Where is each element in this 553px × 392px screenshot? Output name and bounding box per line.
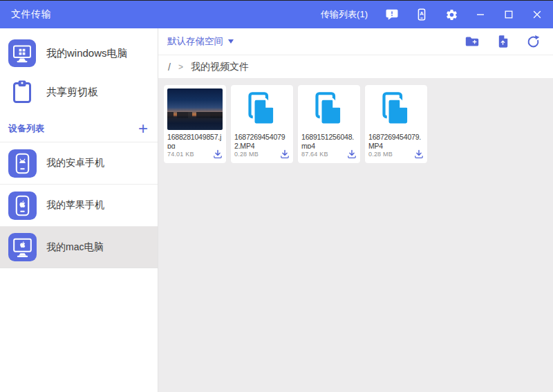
apple-phone-icon xyxy=(8,192,37,220)
file-type-icon xyxy=(234,88,290,130)
file-name: 1689151256048.mp4 xyxy=(301,133,357,149)
file-name: 1688281049857.jpg xyxy=(167,133,223,149)
device-item-apple-phone[interactable]: 我的苹果手机 xyxy=(0,184,158,226)
document-copy-icon xyxy=(377,90,415,129)
sidebar-item-label: 共享剪切板 xyxy=(46,86,98,99)
file-size: 0.28 MB xyxy=(234,151,259,158)
document-copy-icon xyxy=(243,90,281,129)
toolbar-actions xyxy=(465,34,541,49)
file-card-image[interactable]: 1688281049857.jpg 74.01 KB xyxy=(164,85,226,163)
close-button[interactable] xyxy=(531,8,543,21)
clipboard-icon xyxy=(8,78,36,106)
download-icon[interactable] xyxy=(212,149,223,159)
file-card-video[interactable]: 1689151256048.mp4 87.64 KB xyxy=(298,85,360,163)
android-phone-icon xyxy=(8,149,37,178)
windows-computer-icon xyxy=(8,39,36,67)
breadcrumb-current-folder: 我的视频文件 xyxy=(191,61,249,73)
dropdown-arrow-icon xyxy=(228,39,234,44)
device-item-label: 我的苹果手机 xyxy=(46,199,104,212)
main-layout: 我的windows电脑 共享剪切板 设备列表 + xyxy=(0,28,553,392)
file-type-icon xyxy=(301,88,357,130)
file-name: 1687269454079.MP4 xyxy=(368,133,424,149)
download-icon[interactable] xyxy=(279,149,290,159)
file-thumbnail xyxy=(167,88,223,130)
document-copy-icon xyxy=(310,90,348,129)
storage-space-dropdown[interactable]: 默认存储空间 xyxy=(167,35,234,48)
device-item-label: 我的mac电脑 xyxy=(46,241,103,254)
minimize-button[interactable] xyxy=(474,8,487,21)
file-card-video[interactable]: 1687269454079.MP4 0.28 MB xyxy=(365,85,427,163)
sidebar: 我的windows电脑 共享剪切板 设备列表 + xyxy=(0,28,158,392)
sidebar-item-my-windows-computer[interactable]: 我的windows电脑 xyxy=(0,34,158,73)
file-type-icon xyxy=(368,88,424,130)
titlebar-actions: 传输列表(1) A xyxy=(321,8,543,21)
device-item-label: 我的安卓手机 xyxy=(46,157,104,169)
feedback-icon[interactable] xyxy=(385,8,399,21)
transfer-list-button[interactable]: 传输列表(1) xyxy=(321,8,368,21)
download-icon[interactable] xyxy=(413,149,424,159)
sidebar-item-label: 我的windows电脑 xyxy=(46,47,128,60)
settings-gear-icon[interactable] xyxy=(444,8,458,21)
file-size: 0.28 MB xyxy=(368,151,393,158)
add-device-button[interactable]: + xyxy=(138,122,148,135)
app-window: 文件传输 传输列表(1) A xyxy=(0,0,553,392)
content-area: 默认存储空间 xyxy=(158,28,553,392)
device-item-android-phone[interactable]: 我的安卓手机 xyxy=(0,142,158,184)
storage-toolbar: 默认存储空间 xyxy=(158,28,553,55)
file-size: 87.64 KB xyxy=(301,151,328,158)
device-list-title: 设备列表 xyxy=(8,122,44,135)
download-icon[interactable] xyxy=(346,149,357,159)
device-list-header: 设备列表 + xyxy=(0,111,158,142)
file-size: 74.01 KB xyxy=(167,151,194,158)
device-screen-icon[interactable]: A xyxy=(415,8,429,21)
upload-file-icon[interactable] xyxy=(495,34,510,49)
refresh-icon[interactable] xyxy=(525,34,541,49)
file-grid: 1688281049857.jpg 74.01 KB xyxy=(158,78,553,392)
device-item-mac-computer[interactable]: 我的mac电脑 xyxy=(0,226,158,268)
breadcrumb-root[interactable]: / xyxy=(168,62,171,73)
svg-text:A: A xyxy=(420,10,424,17)
breadcrumb-separator-icon: > xyxy=(178,62,183,72)
sidebar-item-shared-clipboard[interactable]: 共享剪切板 xyxy=(0,73,158,111)
mac-computer-icon xyxy=(8,233,37,261)
storage-space-label: 默认存储空间 xyxy=(167,35,223,48)
titlebar: 文件传输 传输列表(1) A xyxy=(0,1,553,28)
new-folder-icon[interactable] xyxy=(465,34,480,49)
maximize-button[interactable] xyxy=(503,8,515,21)
file-card-video[interactable]: 16872694540792.MP4 0.28 MB xyxy=(231,85,293,163)
file-name: 16872694540792.MP4 xyxy=(234,133,290,149)
app-title: 文件传输 xyxy=(11,8,51,21)
breadcrumb: / > 我的视频文件 xyxy=(158,55,553,78)
